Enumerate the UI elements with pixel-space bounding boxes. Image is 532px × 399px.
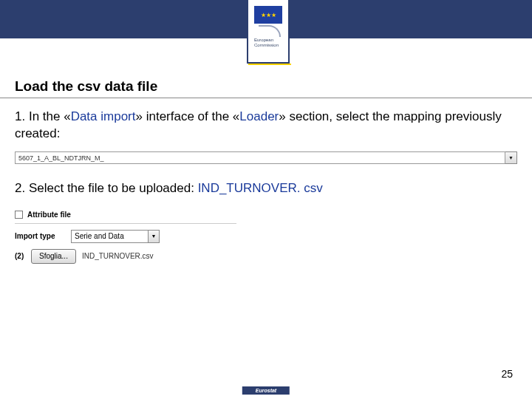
step-1-number: 1. xyxy=(15,109,25,123)
content-area: 1. In the «Data import» interface of the… xyxy=(0,109,532,264)
import-type-row: Import type Serie and Data ▼ xyxy=(15,224,236,246)
import-type-select[interactable]: Serie and Data ▼ xyxy=(71,230,160,243)
section-title: Load the csv data file xyxy=(0,72,532,98)
mapping-dropdown[interactable]: 5607_1_A_BL_NDTJRN_M_ ▼ xyxy=(15,151,517,164)
token-loader: Loader xyxy=(239,109,279,123)
mapping-dropdown-value[interactable]: 5607_1_A_BL_NDTJRN_M_ xyxy=(15,151,505,164)
import-type-label: Import type xyxy=(15,232,64,240)
browse-button[interactable]: Sfoglia... xyxy=(31,249,76,264)
token-filename: IND_TURNOVER. csv xyxy=(198,181,323,195)
attribute-file-label: Attribute file xyxy=(27,211,71,219)
step-1: 1. In the «Data import» interface of the… xyxy=(15,109,517,143)
step-2: 2. Select the file to be uploaded: IND_T… xyxy=(15,180,517,197)
import-panel: Attribute file Import type Serie and Dat… xyxy=(15,206,236,264)
attribute-file-row: Attribute file xyxy=(15,206,236,224)
logo-underline xyxy=(248,64,291,65)
selected-filename: IND_TURNOVER.csv xyxy=(82,252,154,260)
ec-logo: ★ ★ ★ EuropeanCommission xyxy=(247,0,290,64)
page-number: 25 xyxy=(501,368,513,380)
file-upload-row: (2) Sfoglia... IND_TURNOVER.csv xyxy=(15,246,236,264)
chevron-down-icon[interactable]: ▼ xyxy=(149,230,160,243)
ec-arc-icon xyxy=(259,25,281,37)
eu-flag-icon: ★ ★ ★ xyxy=(254,6,282,24)
token-data-import: Data import xyxy=(71,109,136,123)
step-2-number: 2. xyxy=(15,181,25,195)
import-type-value[interactable]: Serie and Data xyxy=(71,230,149,243)
row-indicator: (2) xyxy=(15,252,25,260)
chevron-down-icon[interactable]: ▼ xyxy=(505,151,517,164)
slide-header: ★ ★ ★ EuropeanCommission xyxy=(0,0,532,72)
ec-logo-text: EuropeanCommission xyxy=(254,38,279,47)
attribute-file-checkbox[interactable] xyxy=(15,211,23,219)
footer-eurostat: Eurostat xyxy=(242,386,290,395)
